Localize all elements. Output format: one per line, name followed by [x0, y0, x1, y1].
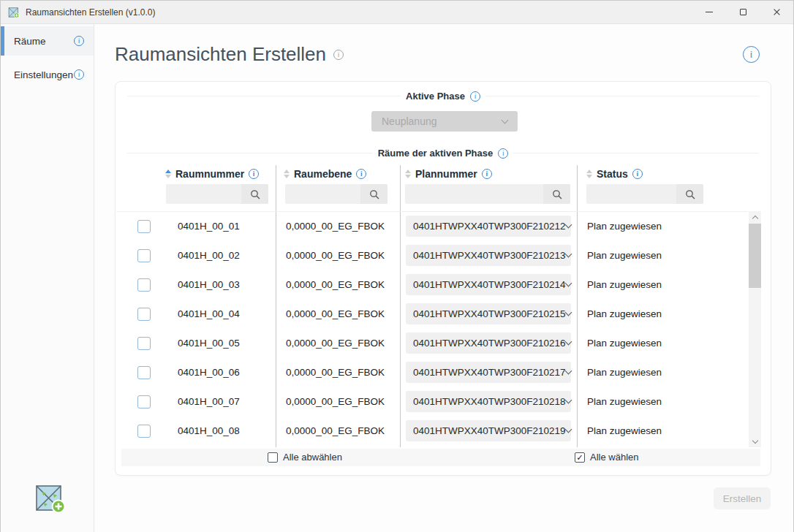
- row-checkbox[interactable]: [137, 220, 151, 233]
- select-all-checkbox[interactable]: ✓ Alle wählen: [575, 452, 639, 463]
- raumebene-search-input[interactable]: [285, 184, 360, 204]
- plannummer-value: 0401HTWPXX40TWP300F210217: [413, 367, 566, 378]
- table-row: 0401H_00_08 0,0000_00_EG_FBOK 0401HTWPXX…: [116, 417, 748, 446]
- deselect-all-checkbox[interactable]: Alle abwählen: [268, 452, 342, 463]
- cell-raumnummer: 0401H_00_05: [178, 338, 240, 349]
- plannummer-search-input[interactable]: [405, 184, 543, 204]
- chevron-down-icon: [564, 221, 572, 229]
- scrollbar-thumb[interactable]: [749, 224, 761, 288]
- row-checkbox[interactable]: [137, 425, 151, 438]
- search-icon[interactable]: [543, 184, 570, 204]
- sidebar-item-label: Einstellungen: [14, 69, 73, 80]
- info-icon[interactable]: i: [356, 169, 366, 179]
- cell-status: Plan zugewiesen: [587, 221, 662, 232]
- cell-status: Plan zugewiesen: [587, 396, 662, 407]
- raumnummer-search-input[interactable]: [166, 184, 241, 204]
- column-header-raumnummer[interactable]: Raumnummer i: [165, 168, 259, 180]
- divider: [127, 96, 401, 96]
- window-title: Raumansichten Erstellen (v1.0.0): [26, 7, 155, 18]
- info-icon[interactable]: i: [470, 91, 480, 102]
- window-controls: [692, 1, 793, 23]
- plannummer-dropdown[interactable]: 0401HTWPXX40TWP300F210219: [406, 420, 571, 441]
- info-icon[interactable]: i: [498, 148, 508, 159]
- plannummer-dropdown[interactable]: 0401HTWPXX40TWP300F210217: [406, 362, 571, 383]
- info-icon[interactable]: i: [74, 69, 84, 80]
- chevron-down-icon: [564, 368, 572, 375]
- column-header-plannummer[interactable]: Plannummer i: [405, 168, 492, 180]
- close-button[interactable]: [760, 1, 793, 23]
- cell-status: Plan zugewiesen: [587, 425, 662, 436]
- search-box-status: [586, 184, 703, 204]
- info-icon[interactable]: i: [249, 169, 259, 179]
- page-info-icon[interactable]: i: [743, 46, 760, 63]
- chevron-down-icon: [564, 426, 572, 433]
- plannummer-dropdown[interactable]: 0401HTWPXX40TWP300F210212: [406, 216, 571, 237]
- divider: [513, 153, 759, 153]
- cell-raumebene: 0,0000_00_EG_FBOK: [286, 425, 385, 436]
- plannummer-dropdown[interactable]: 0401HTWPXX40TWP300F210218: [406, 391, 571, 412]
- sidebar-item-raeume[interactable]: Räume i: [1, 26, 94, 56]
- table-scrollbar[interactable]: [749, 211, 761, 447]
- table-row: 0401H_00_01 0,0000_00_EG_FBOK 0401HTWPXX…: [116, 212, 748, 241]
- chevron-down-icon: [564, 309, 572, 316]
- scroll-up-button[interactable]: [749, 211, 761, 223]
- sidebar: Räume i Einstellungen i: [1, 24, 94, 532]
- selection-bar: Alle abwählen ✓ Alle wählen: [121, 449, 760, 466]
- column-header-raumebene[interactable]: Raumebene i: [284, 168, 366, 180]
- plannummer-value: 0401HTWPXX40TWP300F210216: [413, 338, 566, 349]
- search-icon[interactable]: [241, 184, 268, 204]
- sidebar-item-einstellungen[interactable]: Einstellungen i: [1, 60, 94, 89]
- chevron-down-icon: [564, 338, 572, 346]
- cell-raumebene: 0,0000_00_EG_FBOK: [286, 367, 385, 378]
- row-checkbox[interactable]: [137, 337, 151, 350]
- app-logo: [34, 482, 67, 517]
- table-row: 0401H_00_02 0,0000_00_EG_FBOK 0401HTWPXX…: [116, 241, 748, 270]
- checkbox: ✓: [575, 452, 585, 463]
- close-icon: [773, 8, 781, 16]
- cell-status: Plan zugewiesen: [587, 279, 662, 290]
- plannummer-value: 0401HTWPXX40TWP300F210212: [413, 221, 566, 232]
- cell-raumebene: 0,0000_00_EG_FBOK: [286, 279, 385, 290]
- select-all-label: Alle wählen: [590, 452, 639, 463]
- plannummer-dropdown[interactable]: 0401HTWPXX40TWP300F210213: [406, 245, 571, 266]
- cell-raumnummer: 0401H_00_02: [178, 250, 240, 261]
- plannummer-dropdown[interactable]: 0401HTWPXX40TWP300F210214: [406, 274, 571, 295]
- status-search-input[interactable]: [586, 184, 676, 204]
- search-icon[interactable]: [360, 184, 387, 204]
- cell-status: Plan zugewiesen: [587, 338, 662, 349]
- maximize-button[interactable]: [726, 1, 760, 23]
- cell-raumebene: 0,0000_00_EG_FBOK: [286, 338, 385, 349]
- divider: [127, 153, 373, 153]
- maximize-icon: [740, 9, 746, 15]
- cell-raumnummer: 0401H_00_08: [178, 425, 240, 436]
- row-checkbox[interactable]: [137, 366, 151, 379]
- plannummer-value: 0401HTWPXX40TWP300F210213: [413, 250, 566, 261]
- cell-raumebene: 0,0000_00_EG_FBOK: [286, 221, 385, 232]
- cell-status: Plan zugewiesen: [587, 367, 662, 378]
- plannummer-dropdown[interactable]: 0401HTWPXX40TWP300F210215: [406, 303, 571, 324]
- minimize-button[interactable]: [692, 1, 726, 23]
- app-window: Raumansichten Erstellen (v1.0.0) Räume i…: [0, 0, 794, 532]
- row-checkbox[interactable]: [137, 395, 151, 408]
- scroll-down-button[interactable]: [749, 436, 761, 447]
- rooms-legend-label: Räume der aktiven Phase: [378, 148, 494, 159]
- row-checkbox[interactable]: [137, 308, 151, 321]
- info-icon[interactable]: i: [333, 50, 344, 60]
- info-icon[interactable]: i: [74, 36, 84, 46]
- info-icon[interactable]: i: [482, 169, 492, 179]
- info-icon[interactable]: i: [632, 169, 643, 179]
- column-header-status[interactable]: Status i: [586, 168, 643, 180]
- table-body: 0401H_00_01 0,0000_00_EG_FBOK 0401HTWPXX…: [116, 211, 748, 447]
- column-label: Status: [597, 168, 628, 180]
- plannummer-value: 0401HTWPXX40TWP300F210219: [413, 425, 566, 436]
- app-logo-icon: [8, 7, 20, 18]
- plannummer-dropdown[interactable]: 0401HTWPXX40TWP300F210216: [406, 332, 571, 354]
- phase-dropdown: Neuplanung: [371, 111, 518, 132]
- checkbox: [268, 452, 278, 463]
- content-card: Aktive Phase i Neuplanung Räume der akti…: [115, 81, 771, 476]
- row-checkbox[interactable]: [137, 278, 151, 292]
- search-icon[interactable]: [676, 184, 703, 204]
- sort-icon: [284, 170, 290, 178]
- column-label: Raumnummer: [175, 168, 244, 180]
- row-checkbox[interactable]: [137, 249, 151, 262]
